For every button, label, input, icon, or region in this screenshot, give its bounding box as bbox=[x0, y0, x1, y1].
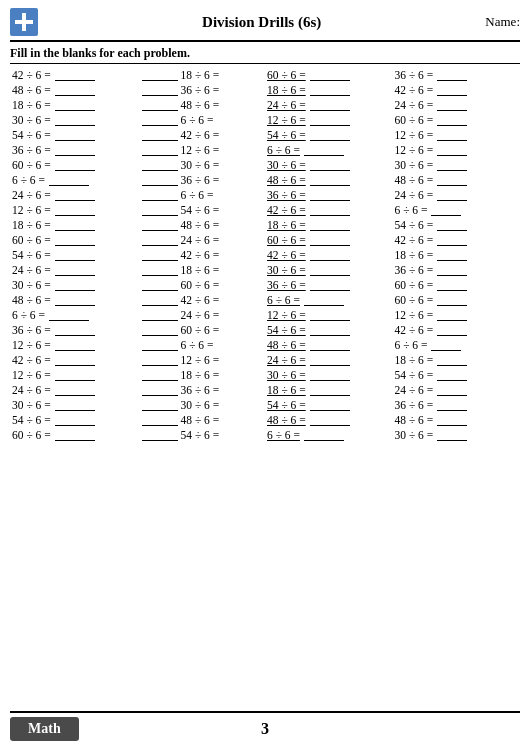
problem-cell: 48 ÷ 6 = bbox=[10, 293, 138, 307]
answer-filled bbox=[142, 400, 178, 411]
answer-line bbox=[55, 355, 95, 366]
answer-line bbox=[304, 295, 344, 306]
problem-text: 60 ÷ 6 = bbox=[12, 159, 51, 171]
answer-filled bbox=[142, 70, 178, 81]
answer-line bbox=[431, 340, 461, 351]
problem-text: 60 ÷ 6 = bbox=[395, 279, 434, 291]
problem-text: 24 ÷ 6 = bbox=[267, 99, 306, 111]
problem-cell: 60 ÷ 6 = bbox=[393, 113, 521, 127]
problem-cell: 60 ÷ 6 = bbox=[393, 278, 521, 292]
problem-cell: 18 ÷ 6 = bbox=[138, 263, 266, 277]
problem-text: 24 ÷ 6 = bbox=[12, 384, 51, 396]
answer-line bbox=[310, 85, 350, 96]
problem-cell: 60 ÷ 6 = bbox=[393, 293, 521, 307]
problem-text: 54 ÷ 6 = bbox=[395, 219, 434, 231]
problem-cell: 54 ÷ 6 = bbox=[265, 398, 393, 412]
problem-text: 42 ÷ 6 = bbox=[395, 324, 434, 336]
problem-text: 6 ÷ 6 = bbox=[12, 174, 45, 186]
answer-line bbox=[55, 370, 95, 381]
answer-line bbox=[437, 385, 467, 396]
problem-cell: 48 ÷ 6 = bbox=[265, 173, 393, 187]
answer-line bbox=[310, 100, 350, 111]
problem-cell: 42 ÷ 6 = bbox=[393, 233, 521, 247]
problem-text: 54 ÷ 6 = bbox=[267, 399, 306, 411]
answer-line bbox=[437, 430, 467, 441]
problem-text: 24 ÷ 6 = bbox=[395, 384, 434, 396]
problem-cell: 54 ÷ 6 = bbox=[138, 203, 266, 217]
problem-cell: 18 ÷ 6 = bbox=[10, 218, 138, 232]
problem-cell: 6 ÷ 6 = bbox=[10, 173, 138, 187]
answer-filled bbox=[142, 340, 178, 351]
answer-line bbox=[310, 130, 350, 141]
problem-text: 36 ÷ 6 = bbox=[395, 264, 434, 276]
problem-text: 48 ÷ 6 = bbox=[181, 414, 220, 426]
problem-cell: 18 ÷ 6 = bbox=[393, 353, 521, 367]
problem-text: 6 ÷ 6 = bbox=[267, 429, 300, 441]
answer-filled bbox=[142, 130, 178, 141]
problem-text: 18 ÷ 6 = bbox=[12, 99, 51, 111]
problem-text: 54 ÷ 6 = bbox=[181, 429, 220, 441]
problem-cell: 42 ÷ 6 = bbox=[138, 293, 266, 307]
problem-cell: 42 ÷ 6 = bbox=[10, 68, 138, 82]
problem-text: 36 ÷ 6 = bbox=[12, 144, 51, 156]
answer-line bbox=[431, 205, 461, 216]
problem-text: 54 ÷ 6 = bbox=[12, 414, 51, 426]
problem-cell: 18 ÷ 6 = bbox=[138, 368, 266, 382]
page: Division Drills (6s) Name: Fill in the b… bbox=[0, 0, 530, 749]
problem-cell: 42 ÷ 6 = bbox=[393, 83, 521, 97]
problem-text: 30 ÷ 6 = bbox=[12, 114, 51, 126]
answer-line bbox=[55, 265, 95, 276]
problem-cell: 12 ÷ 6 = bbox=[10, 338, 138, 352]
answer-filled bbox=[142, 280, 178, 291]
problem-cell: 30 ÷ 6 = bbox=[265, 263, 393, 277]
problem-cell: 6 ÷ 6 = bbox=[265, 143, 393, 157]
answer-line bbox=[310, 280, 350, 291]
problem-text: 48 ÷ 6 = bbox=[267, 339, 306, 351]
problem-text: 30 ÷ 6 = bbox=[267, 369, 306, 381]
answer-filled bbox=[142, 310, 178, 321]
problem-text: 6 ÷ 6 = bbox=[181, 114, 214, 126]
svg-rect-2 bbox=[15, 20, 33, 24]
problem-text: 24 ÷ 6 = bbox=[395, 189, 434, 201]
problem-cell: 12 ÷ 6 = bbox=[265, 308, 393, 322]
problem-cell: 12 ÷ 6 = bbox=[138, 143, 266, 157]
problem-text: 24 ÷ 6 = bbox=[12, 189, 51, 201]
problem-text: 24 ÷ 6 = bbox=[181, 309, 220, 321]
problem-cell: 6 ÷ 6 = bbox=[138, 188, 266, 202]
problem-text: 54 ÷ 6 = bbox=[267, 324, 306, 336]
instructions: Fill in the blanks for each problem. bbox=[10, 46, 520, 64]
problem-cell: 36 ÷ 6 = bbox=[138, 383, 266, 397]
problem-cell: 30 ÷ 6 = bbox=[393, 428, 521, 442]
answer-line bbox=[437, 355, 467, 366]
problem-text: 60 ÷ 6 = bbox=[12, 429, 51, 441]
problem-text: 48 ÷ 6 = bbox=[395, 174, 434, 186]
answer-filled bbox=[142, 325, 178, 336]
problem-cell: 18 ÷ 6 = bbox=[265, 83, 393, 97]
problem-cell: 30 ÷ 6 = bbox=[10, 398, 138, 412]
problem-cell: 6 ÷ 6 = bbox=[393, 338, 521, 352]
problem-text: 54 ÷ 6 = bbox=[12, 249, 51, 261]
answer-line bbox=[437, 85, 467, 96]
problem-text: 12 ÷ 6 = bbox=[395, 144, 434, 156]
problem-cell: 48 ÷ 6 = bbox=[265, 413, 393, 427]
answer-line bbox=[55, 235, 95, 246]
problem-text: 6 ÷ 6 = bbox=[181, 339, 214, 351]
problem-text: 30 ÷ 6 = bbox=[181, 159, 220, 171]
answer-line bbox=[437, 265, 467, 276]
problem-text: 54 ÷ 6 = bbox=[181, 204, 220, 216]
problem-cell: 54 ÷ 6 = bbox=[10, 128, 138, 142]
problem-cell: 24 ÷ 6 = bbox=[393, 98, 521, 112]
answer-line bbox=[55, 415, 95, 426]
problem-cell: 6 ÷ 6 = bbox=[265, 293, 393, 307]
problem-cell: 48 ÷ 6 = bbox=[10, 83, 138, 97]
answer-line bbox=[437, 415, 467, 426]
answer-line bbox=[55, 295, 95, 306]
answer-line bbox=[55, 280, 95, 291]
answer-line bbox=[310, 385, 350, 396]
problem-cell: 42 ÷ 6 = bbox=[393, 323, 521, 337]
page-title: Division Drills (6s) bbox=[38, 14, 485, 31]
problem-cell: 18 ÷ 6 = bbox=[393, 248, 521, 262]
problem-cell: 54 ÷ 6 = bbox=[138, 428, 266, 442]
problem-cell: 36 ÷ 6 = bbox=[393, 68, 521, 82]
answer-line bbox=[437, 145, 467, 156]
